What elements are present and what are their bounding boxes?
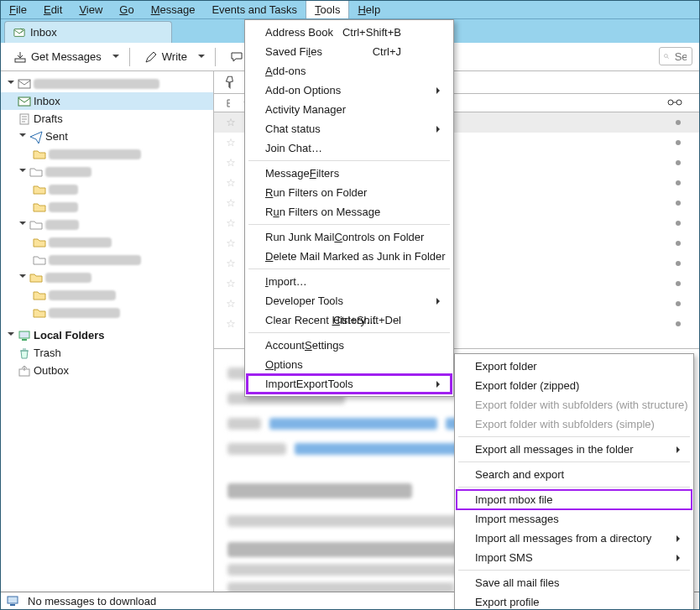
tree-inbox[interactable]: Inbox [1,92,213,110]
menu-separator [248,332,450,333]
mi-run-folder[interactable]: Run Filters on Folder [247,183,452,202]
tree-subfolder[interactable] [1,251,213,269]
star-outline-icon [226,258,236,269]
tree-folder[interactable] [1,163,213,180]
thread-icon [226,98,236,108]
tree-subfolder[interactable] [1,198,213,216]
mi-dev-tools[interactable]: Developer Tools [247,291,452,310]
search-icon [663,50,670,62]
mi-account-settings[interactable]: Account Settings [247,336,452,355]
tree-drafts[interactable]: Drafts [1,110,213,128]
mi-join-chat[interactable]: Join Chat… [247,138,452,158]
mi-saved-files[interactable]: Saved Files Ctrl+J [247,42,452,61]
star-outline-icon [226,238,236,248]
tree-outbox[interactable]: Outbox [1,362,213,379]
mi-import-mbox[interactable]: Import mbox file [457,490,692,509]
get-messages-button[interactable]: Get Messages [6,46,109,68]
tree-label: Trash [34,347,61,359]
tree-local-folders[interactable]: Local Folders [1,326,213,344]
menu-file[interactable]: File [1,1,35,18]
tree-folder[interactable] [1,216,213,233]
menu-view[interactable]: View [71,1,111,18]
mi-export-folder[interactable]: Export folder [457,357,692,376]
menu-message[interactable]: Message [143,1,204,18]
mi-activity[interactable]: Activity Manager [247,100,452,119]
menu-edit[interactable]: Edit [35,1,71,18]
mi-import-dir[interactable]: Import all messages from a directory [457,529,692,548]
folder-icon [33,148,46,161]
unread-dot-icon [676,321,681,326]
folder-icon [33,201,46,214]
tree-folder[interactable] [1,269,213,286]
search-box[interactable] [659,47,692,65]
import-export-submenu: Export folder Export folder (zipped) Exp… [454,353,694,610]
tree-subfolder[interactable] [1,286,213,304]
twisty-open-icon [19,222,26,228]
unread-dot-icon [676,261,681,266]
blurred-text [45,220,79,230]
download-icon [13,50,27,64]
mi-save-mail[interactable]: Save all mail files [457,573,692,592]
tree-subfolder[interactable] [1,304,213,321]
mi-import[interactable]: Import… [247,272,452,291]
folder-icon [29,218,43,232]
star-outline-icon [226,319,236,329]
mi-search-export[interactable]: Search and export [457,465,692,484]
shortcut-text: Ctrl+J [373,45,401,58]
star-outline-icon [226,117,236,128]
mi-delete-junk[interactable]: Delete Mail Marked as Junk in Folder [247,247,452,266]
folder-icon [33,183,46,196]
mi-export-zip[interactable]: Export folder (zipped) [457,376,692,395]
menu-go[interactable]: Go [111,1,142,18]
get-messages-dropdown[interactable] [109,47,123,67]
outbox-icon [18,364,31,378]
star-outline-icon [226,178,236,188]
glasses-column[interactable] [667,96,682,109]
search-input[interactable] [673,50,688,64]
menu-tools[interactable]: Tools [306,1,349,18]
unread-dot-icon [676,281,681,286]
mi-export-profile[interactable]: Export profile [457,592,692,610]
chat-icon [230,50,243,64]
write-button[interactable]: Write [137,46,195,68]
mi-clear-history[interactable]: Clear Recent History… Ctrl+Shift+Del [247,310,452,330]
tree-account[interactable] [1,75,213,92]
tree-sent[interactable]: Sent [1,128,213,145]
menu-separator [248,269,450,269]
tree-label: Drafts [34,112,63,125]
mi-chat-status[interactable]: Chat status [247,119,452,138]
mi-import-messages[interactable]: Import messages [457,509,692,529]
tab-inbox[interactable]: Inbox [4,21,172,43]
mi-export-sub-simple: Export folder with subfolders (simple) [457,414,692,434]
mi-junk-controls[interactable]: Run Junk Mail Controls on Folder [247,227,452,247]
tree-subfolder[interactable] [1,233,213,251]
mi-filters[interactable]: Message Filters [247,164,452,183]
thread-column[interactable] [222,98,239,108]
blurred-text [49,149,141,159]
mi-import-export-tools[interactable]: ImportExportTools [247,374,452,394]
mi-options[interactable]: Options [247,355,452,374]
separator [129,48,130,66]
menu-separator [458,436,690,437]
separator [215,48,216,66]
svg-rect-1 [15,59,25,62]
mi-addon-options[interactable]: Add-on Options [247,81,452,100]
mi-address-book[interactable]: Address Book Ctrl+Shift+B [247,23,452,42]
svg-rect-8 [19,331,29,338]
menu-help[interactable]: Help [349,1,389,18]
svg-rect-6 [18,97,30,106]
write-dropdown[interactable] [195,47,208,67]
blurred-text [49,237,112,248]
tree-subfolder[interactable] [1,145,213,163]
mi-run-message[interactable]: Run Filters on Message [247,202,452,222]
tree-subfolder[interactable] [1,180,213,198]
mi-import-sms[interactable]: Import SMS [457,548,692,567]
tree-label: Inbox [34,95,60,107]
quickfilter-button[interactable] [222,75,238,90]
unread-dot-icon [676,160,681,165]
star-outline-icon [226,279,236,289]
tree-trash[interactable]: Trash [1,344,213,362]
menu-events[interactable]: Events and Tasks [203,1,306,18]
mi-addons[interactable]: Add-ons [247,61,452,81]
mi-export-all[interactable]: Export all messages in the folder [457,440,692,459]
